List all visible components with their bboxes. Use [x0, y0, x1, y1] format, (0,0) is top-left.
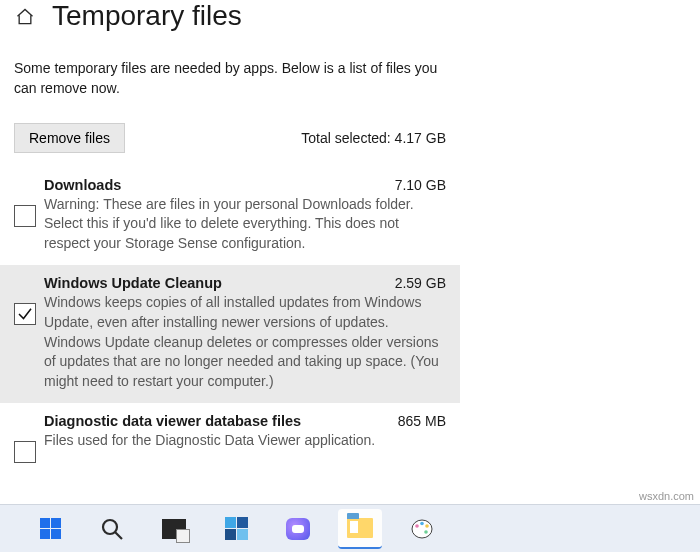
- task-view-icon: [162, 519, 186, 539]
- list-item-body: Windows Update Cleanup 2.59 GB Windows k…: [44, 275, 446, 391]
- file-explorer-button[interactable]: [338, 509, 382, 549]
- list-item-body: Diagnostic data viewer database files 86…: [44, 413, 446, 463]
- checkbox[interactable]: [14, 441, 36, 463]
- widgets-button[interactable]: [214, 509, 258, 549]
- list-item-desc: Warning: These are files in your persona…: [44, 195, 446, 254]
- svg-point-5: [425, 524, 429, 528]
- intro-text: Some temporary files are needed by apps.…: [0, 40, 460, 99]
- total-selected-label: Total selected: 4.17 GB: [301, 130, 446, 146]
- list-item-desc: Files used for the Diagnostic Data Viewe…: [44, 431, 446, 451]
- widgets-icon: [225, 517, 248, 540]
- checkbox[interactable]: [14, 303, 36, 325]
- checkbox[interactable]: [14, 205, 36, 227]
- list-item-desc: Windows keeps copies of all installed up…: [44, 293, 446, 391]
- list-item[interactable]: Downloads 7.10 GB Warning: These are fil…: [0, 167, 460, 266]
- list-item[interactable]: Windows Update Cleanup 2.59 GB Windows k…: [0, 265, 460, 403]
- svg-point-3: [415, 524, 419, 528]
- list-item-title: Windows Update Cleanup: [44, 275, 222, 291]
- svg-point-0: [103, 520, 117, 534]
- list-item-title: Diagnostic data viewer database files: [44, 413, 301, 429]
- list-item-size: 865 MB: [398, 413, 446, 429]
- watermark: wsxdn.com: [639, 490, 694, 502]
- search-button[interactable]: [90, 509, 134, 549]
- page-header: Temporary files: [0, 0, 700, 40]
- list-item-head: Diagnostic data viewer database files 86…: [44, 413, 446, 429]
- task-view-button[interactable]: [152, 509, 196, 549]
- paint-button[interactable]: [400, 509, 444, 549]
- list-item-head: Downloads 7.10 GB: [44, 177, 446, 193]
- chat-icon: [286, 518, 310, 540]
- chat-button[interactable]: [276, 509, 320, 549]
- svg-line-1: [115, 532, 122, 539]
- list-item-head: Windows Update Cleanup 2.59 GB: [44, 275, 446, 291]
- list-item-body: Downloads 7.10 GB Warning: These are fil…: [44, 177, 446, 254]
- start-button[interactable]: [28, 509, 72, 549]
- remove-files-button[interactable]: Remove files: [14, 123, 125, 153]
- list-item[interactable]: Diagnostic data viewer database files 86…: [0, 403, 460, 475]
- list-item-title: Downloads: [44, 177, 121, 193]
- svg-point-6: [424, 530, 428, 534]
- home-icon[interactable]: [14, 6, 36, 28]
- page-title: Temporary files: [52, 0, 242, 32]
- action-row: Remove files Total selected: 4.17 GB: [0, 99, 460, 153]
- windows-logo-icon: [40, 518, 61, 539]
- taskbar: [0, 504, 700, 552]
- svg-point-4: [420, 521, 424, 525]
- file-type-list: Downloads 7.10 GB Warning: These are fil…: [0, 167, 700, 476]
- paint-icon: [409, 517, 435, 541]
- folder-icon: [347, 518, 373, 538]
- list-item-size: 2.59 GB: [395, 275, 446, 291]
- list-item-size: 7.10 GB: [395, 177, 446, 193]
